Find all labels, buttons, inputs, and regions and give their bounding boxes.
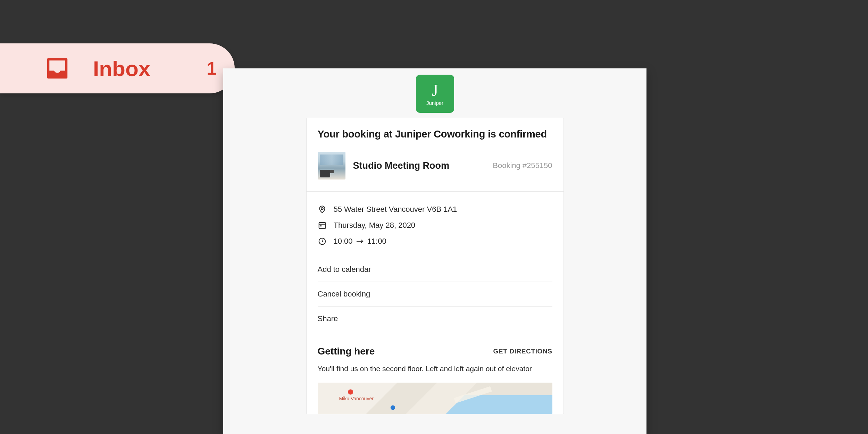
- address-row: 55 Water Street Vancouver V6B 1A1: [318, 201, 552, 217]
- brand-logo-name: Juniper: [426, 100, 443, 106]
- cancel-booking-link[interactable]: Cancel booking: [318, 282, 552, 306]
- booking-details: 55 Water Street Vancouver V6B 1A1 Thursd…: [307, 192, 564, 249]
- add-to-calendar-link[interactable]: Add to calendar: [318, 257, 552, 282]
- svg-rect-1: [319, 223, 325, 228]
- time-start: 10:00: [334, 237, 353, 246]
- actions-list: Add to calendar Cancel booking Share: [307, 256, 564, 331]
- location-pin-icon: [318, 205, 327, 214]
- inbox-pill[interactable]: Inbox 1: [0, 43, 235, 93]
- address-text: 55 Water Street Vancouver V6B 1A1: [334, 205, 457, 214]
- room-row: Studio Meeting Room Booking #255150: [318, 152, 552, 191]
- room-name: Studio Meeting Room: [353, 160, 493, 171]
- room-thumbnail: [318, 152, 345, 180]
- clock-icon: [318, 237, 327, 246]
- time-end: 11:00: [367, 237, 386, 246]
- brand-logo: J Juniper: [416, 75, 454, 113]
- brand-logo-letter: J: [432, 82, 438, 99]
- getting-here-title: Getting here: [318, 346, 375, 357]
- email-panel: J Juniper Your booking at Juniper Cowork…: [223, 68, 646, 434]
- inbox-count-badge: 1: [207, 58, 217, 79]
- booking-number: Booking #255150: [493, 161, 552, 170]
- date-row: Thursday, May 28, 2020: [318, 217, 552, 233]
- inbox-icon: [44, 55, 71, 82]
- booking-card: Your booking at Juniper Coworking is con…: [306, 118, 564, 414]
- confirmation-title: Your booking at Juniper Coworking is con…: [318, 128, 552, 140]
- getting-here-description: You'll find us on the second floor. Left…: [318, 365, 552, 373]
- date-text: Thursday, May 28, 2020: [334, 221, 416, 230]
- svg-rect-3: [320, 225, 321, 226]
- time-row: 10:00 11:00: [318, 233, 552, 249]
- share-link[interactable]: Share: [318, 306, 552, 331]
- arrow-right-icon: [356, 239, 364, 244]
- get-directions-button[interactable]: GET DIRECTIONS: [493, 348, 552, 355]
- inbox-label: Inbox: [93, 56, 207, 81]
- getting-here-section: Getting here GET DIRECTIONS You'll find …: [307, 335, 564, 373]
- calendar-icon: [318, 221, 327, 230]
- svg-point-0: [321, 208, 323, 210]
- map-preview[interactable]: [318, 383, 552, 414]
